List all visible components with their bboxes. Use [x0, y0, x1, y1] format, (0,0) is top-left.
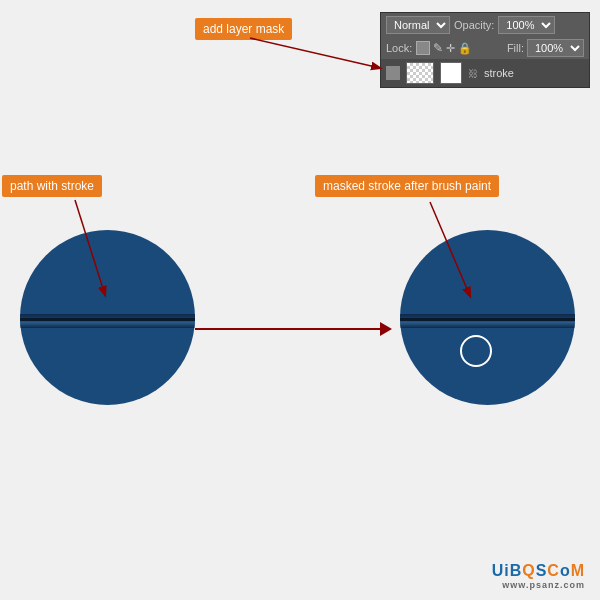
stroke-dark-right [400, 318, 575, 321]
layer-thumbnail-checker [406, 62, 434, 84]
photoshop-panel: Normal Opacity: 100% Lock: ✎ ✛ 🔒 Fill: 1… [380, 12, 590, 88]
watermark: UiBQSCoM www.psanz.com [492, 562, 585, 590]
watermark-text2: Q [522, 562, 535, 579]
eye-icon-container[interactable] [386, 66, 400, 80]
watermark-text4: C [547, 562, 560, 579]
watermark-text6: M [571, 562, 585, 579]
path-with-stroke-label: path with stroke [2, 175, 102, 197]
fill-select[interactable]: 100% [527, 39, 584, 57]
fill-label: Fill: [507, 42, 524, 54]
lock-label: Lock: [386, 42, 412, 54]
watermark-domain: www.psanz.com [492, 580, 585, 590]
layer-name: stroke [484, 67, 584, 79]
eye-icon [387, 67, 399, 79]
stroke-line-left [20, 314, 195, 328]
lock-icon-1[interactable] [416, 41, 430, 55]
stroke-dark-left [20, 318, 195, 321]
lock-icons: ✎ ✛ 🔒 [416, 41, 472, 55]
panel-row-blendmode: Normal Opacity: 100% [381, 13, 589, 37]
arrow-head [380, 322, 392, 336]
panel-row-layer[interactable]: ⛓ stroke [381, 59, 589, 87]
opacity-label: Opacity: [454, 19, 494, 31]
watermark-text1: UiB [492, 562, 523, 579]
layer-thumbnail-mask [440, 62, 462, 84]
small-circle [460, 335, 492, 367]
label-to-panel-arrow [250, 38, 380, 68]
arrow-line [195, 328, 380, 330]
chain-icon: ⛓ [468, 66, 478, 80]
stroke-line-right [400, 314, 575, 328]
blend-mode-select[interactable]: Normal [386, 16, 450, 34]
horizontal-arrow [195, 322, 392, 336]
watermark-text3: S [536, 562, 548, 579]
opacity-select[interactable]: 100% [498, 16, 555, 34]
circle-left [20, 230, 195, 405]
brush-icon[interactable]: ✎ [433, 41, 443, 55]
add-layer-mask-label: add layer mask [195, 18, 292, 40]
masked-stroke-label: masked stroke after brush paint [315, 175, 499, 197]
move-icon[interactable]: ✛ [446, 42, 455, 55]
panel-row-lock: Lock: ✎ ✛ 🔒 Fill: 100% [381, 37, 589, 59]
circle-right [400, 230, 575, 405]
fill-section: Fill: 100% [507, 39, 584, 57]
lock-icon[interactable]: 🔒 [458, 42, 472, 55]
watermark-text5: o [560, 562, 571, 579]
